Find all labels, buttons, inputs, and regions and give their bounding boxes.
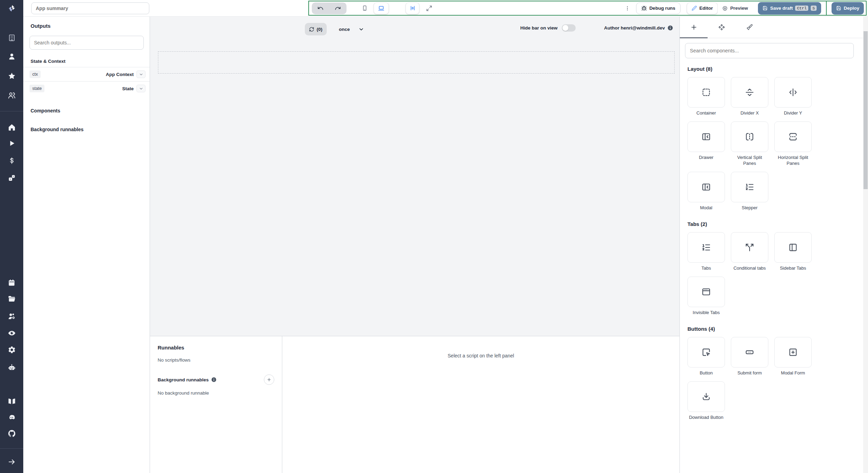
search-components-input[interactable]	[685, 43, 854, 58]
component-card-button[interactable]	[687, 337, 725, 368]
component-card-container[interactable]	[687, 77, 725, 108]
component-drop-zone[interactable]	[158, 51, 675, 74]
component-item: Divider Y	[774, 77, 812, 116]
output-row-ctx[interactable]: ctx App Context	[23, 67, 150, 81]
component-card-modal[interactable]	[687, 172, 725, 202]
mobile-view-button[interactable]	[358, 2, 371, 14]
state-context-title: State & Context	[23, 59, 150, 64]
refresh-button[interactable]: (0)	[305, 23, 327, 35]
deploy-button[interactable]: Deploy	[832, 2, 864, 15]
component-item: Download Button	[687, 381, 725, 420]
download-button-icon	[701, 391, 711, 402]
desktop-view-button[interactable]	[374, 2, 389, 14]
preview-tab-button[interactable]: Preview	[718, 2, 752, 14]
redo-button[interactable]	[329, 2, 347, 14]
outputs-title: Outputs	[23, 23, 150, 29]
windmill-logo-icon[interactable]	[0, 0, 23, 17]
component-card-modal-form[interactable]	[774, 337, 812, 368]
github-icon[interactable]	[7, 429, 16, 438]
star-icon[interactable]	[7, 71, 16, 80]
building-icon[interactable]	[7, 33, 16, 42]
component-item: Drawer	[687, 121, 725, 166]
component-card-invisible-tabs[interactable]	[687, 277, 725, 307]
button-icon	[701, 347, 711, 357]
output-row-state[interactable]: state State	[23, 81, 150, 95]
runnables-pane: Runnables No scripts/flows Background ru…	[150, 336, 282, 473]
component-label: Drawer	[699, 154, 713, 160]
search-outputs-input[interactable]	[30, 36, 144, 50]
refresh-mode-label: once	[339, 27, 350, 32]
component-card-drawer[interactable]	[687, 121, 725, 152]
hide-bar-toggle[interactable]	[562, 24, 576, 32]
preview-icon	[722, 6, 728, 11]
tab-insert-component[interactable]	[680, 17, 708, 38]
home-icon[interactable]	[7, 123, 16, 132]
kbd-s: S	[811, 6, 817, 11]
scrollbar-track[interactable]	[863, 17, 868, 473]
deploy-label: Deploy	[844, 6, 859, 11]
tab-component-settings[interactable]	[708, 17, 735, 38]
user-cog-icon[interactable]	[7, 312, 16, 320]
debug-runs-button[interactable]: Debug runs	[636, 2, 681, 14]
component-card-sidebar-tabs[interactable]	[774, 232, 812, 263]
component-card-horizontal-split-panes[interactable]	[774, 121, 812, 152]
components-section-title: Components	[23, 108, 150, 113]
expand-row-button[interactable]	[136, 70, 145, 78]
component-label: Horizontal Split Panes	[774, 154, 812, 166]
center-align-button[interactable]	[406, 2, 419, 14]
undo-button[interactable]	[312, 2, 329, 14]
sidebar-divider	[0, 111, 23, 111]
arrow-right-icon[interactable]	[7, 457, 16, 466]
pencil-icon	[692, 6, 697, 11]
align-center-icon	[409, 5, 416, 11]
robot-icon[interactable]	[7, 363, 16, 372]
fullscreen-button[interactable]	[422, 2, 436, 14]
divider-y-icon	[788, 87, 798, 98]
tab-styling[interactable]	[735, 17, 763, 38]
component-card-divider-y[interactable]	[774, 77, 812, 108]
dice-icon[interactable]	[7, 174, 16, 182]
editor-tab-button[interactable]: Editor	[687, 2, 718, 14]
scrollbar-thumb[interactable]	[863, 31, 868, 189]
info-icon[interactable]	[667, 25, 673, 31]
app-summary-input[interactable]	[31, 2, 149, 14]
component-card-download-button[interactable]	[687, 381, 725, 412]
folder-icon[interactable]	[7, 294, 16, 303]
discord-icon[interactable]	[7, 413, 16, 422]
dollar-icon[interactable]	[7, 156, 16, 165]
editor-label: Editor	[699, 6, 713, 11]
book-icon[interactable]	[7, 397, 16, 405]
undo-icon	[317, 5, 324, 11]
component-card-tabs[interactable]	[687, 232, 725, 263]
save-draft-button[interactable]: Save draft Ctrl S	[758, 2, 821, 15]
component-card-stepper[interactable]	[731, 172, 768, 202]
component-item: Sidebar Tabs	[774, 232, 812, 271]
component-section-title: Buttons (4)	[687, 326, 868, 332]
users-icon[interactable]	[7, 91, 16, 100]
horizontal-split-panes-icon	[788, 132, 798, 142]
calendar-icon[interactable]	[7, 278, 16, 287]
more-menu-button[interactable]	[623, 2, 632, 14]
drawer-icon	[701, 132, 711, 142]
component-label: Modal Form	[781, 370, 805, 376]
gear-icon[interactable]	[7, 345, 16, 354]
play-icon[interactable]	[7, 139, 16, 147]
paintbrush-icon	[746, 24, 753, 31]
plus-icon	[267, 377, 272, 382]
component-card-conditional-tabs[interactable]	[731, 232, 768, 263]
expand-row-button[interactable]	[136, 85, 145, 92]
component-card-submit-form[interactable]	[731, 337, 768, 368]
component-label: Sidebar Tabs	[780, 265, 806, 271]
maximize-icon	[426, 5, 432, 11]
runnables-bottom-panel: Runnables No scripts/flows Background ru…	[150, 336, 679, 473]
user-icon[interactable]	[7, 52, 16, 61]
component-item: Tabs	[687, 232, 725, 271]
info-icon[interactable]	[211, 377, 217, 382]
refresh-mode-dropdown[interactable]: once	[339, 23, 364, 35]
plus-icon	[690, 24, 698, 31]
component-card-vertical-split-panes[interactable]	[731, 121, 768, 152]
eye-icon[interactable]	[7, 329, 16, 337]
component-item: Container	[687, 77, 725, 116]
component-card-divider-x[interactable]	[731, 77, 768, 108]
add-background-runnable-button[interactable]	[264, 374, 274, 385]
